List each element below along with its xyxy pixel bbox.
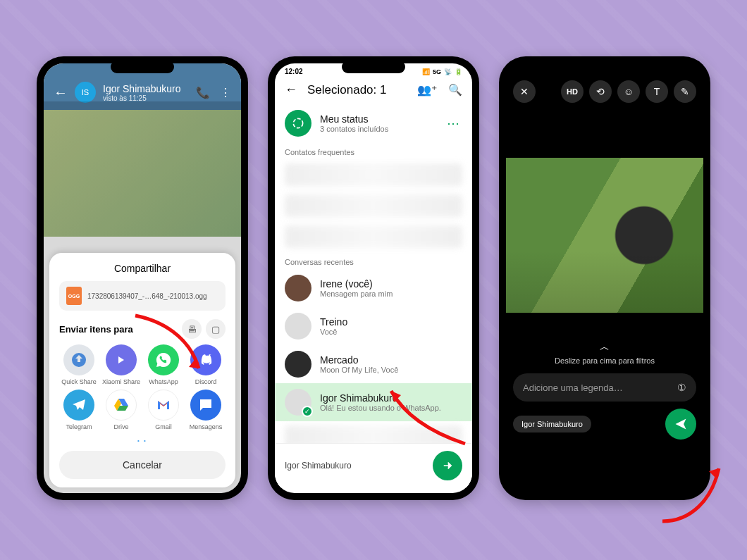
section-recent: Conversas recentes: [275, 252, 472, 269]
file-name: 1732806139407_-…648_-210013.ogg: [87, 292, 207, 300]
cancel-button[interactable]: Cancelar: [59, 451, 226, 479]
search-icon[interactable]: 🔍: [448, 83, 462, 97]
sticker-icon[interactable]: ☺: [617, 80, 640, 103]
print-icon[interactable]: 🖶: [182, 319, 202, 339]
share-title: Compartilhar: [59, 263, 226, 274]
contact-row-selected[interactable]: ✓ Igor ShimabukuroOlá! Eu estou usando o…: [275, 383, 472, 421]
share-app-gmail[interactable]: Gmail: [144, 390, 183, 430]
section-frequent: Contatos frequentes: [275, 142, 472, 159]
share-app-discord[interactable]: Discord: [186, 344, 226, 385]
page-indicator: • •: [59, 437, 226, 444]
phone-2-whatsapp-select: 12:02 📶5G📡🔋 ← Selecionado: 1 👥⁺ 🔍 Meu st…: [268, 56, 479, 500]
phone-1-telegram-share: ← IS Igor Shimabukuro visto às 11:25 📞 ⋮…: [37, 56, 248, 500]
bottom-bar: Igor Shimabukuro: [275, 443, 472, 487]
avatar: [285, 275, 311, 301]
send-to-label: Enviar itens para: [59, 324, 133, 335]
contact-avatar[interactable]: IS: [75, 82, 96, 103]
recipient-chip[interactable]: Igor Shimabukuro: [513, 416, 591, 433]
draw-icon[interactable]: ✎: [674, 80, 696, 103]
blurred-contact: [275, 159, 472, 190]
image-preview[interactable]: [506, 158, 703, 313]
back-icon[interactable]: ←: [285, 82, 297, 97]
crop-rotate-icon[interactable]: ⟲: [589, 80, 612, 103]
avatar: [285, 351, 311, 378]
file-type-icon: OGG: [66, 287, 82, 305]
blurred-contact: [275, 190, 472, 221]
caption-input[interactable]: Adicione uma legenda… ①: [513, 373, 696, 402]
view-once-icon[interactable]: ①: [677, 382, 686, 393]
share-app-whatsapp[interactable]: WhatsApp: [144, 344, 183, 385]
contact-row[interactable]: MercadoMoon Of My Life, Você: [275, 345, 472, 383]
recipient-summary: Igor Shimabukuro: [285, 461, 433, 471]
share-app-telegram[interactable]: Telegram: [59, 390, 99, 430]
phone-notch: [573, 61, 636, 73]
contact-name[interactable]: Igor Shimabukuro: [103, 83, 189, 94]
my-status-row[interactable]: Meu status 3 contatos incluídos ⋯: [275, 104, 472, 142]
avatar: [285, 313, 311, 340]
share-app-drive[interactable]: Drive: [101, 390, 141, 430]
contact-row[interactable]: TreinoVocê: [275, 307, 472, 345]
phone-notch: [111, 61, 174, 73]
hd-button[interactable]: HD: [561, 80, 584, 103]
share-app-messages[interactable]: Mensagens: [186, 390, 226, 430]
more-icon[interactable]: ⋮: [220, 86, 231, 99]
share-sheet: Compartilhar OGG 1732806139407_-…648_-21…: [49, 253, 235, 487]
blurred-contact: [275, 221, 472, 252]
share-app-xiaomi[interactable]: Xiaomi Share: [101, 344, 141, 385]
avatar: ✓: [285, 389, 311, 416]
cast-icon[interactable]: ▢: [206, 319, 226, 339]
close-icon[interactable]: ✕: [513, 80, 536, 103]
send-button[interactable]: [665, 409, 696, 440]
phone-3-whatsapp-editor: ✕ HD ⟲ ☺ T ✎ ︿ Deslize para cima para fi…: [499, 56, 710, 500]
more-icon[interactable]: ⋯: [447, 116, 462, 131]
chevron-up-icon: ︿: [506, 341, 703, 354]
share-apps-grid: Quick Share Xiaomi Share WhatsApp Discor…: [59, 344, 226, 430]
contact-row[interactable]: Irene (você)Mensagem para mim: [275, 269, 472, 307]
last-seen: visto às 11:25: [103, 94, 189, 102]
status-ring-icon: [285, 110, 311, 137]
phone-notch: [342, 61, 405, 73]
selection-header: ← Selecionado: 1 👥⁺ 🔍: [275, 77, 472, 104]
call-icon[interactable]: 📞: [196, 86, 210, 99]
selection-title: Selecionado: 1: [307, 83, 407, 97]
swipe-hint[interactable]: ︿ Deslize para cima para filtros: [506, 313, 703, 365]
share-file-row[interactable]: OGG 1732806139407_-…648_-210013.ogg: [59, 281, 226, 311]
caption-placeholder: Adicione uma legenda…: [523, 382, 677, 393]
back-icon[interactable]: ←: [54, 85, 68, 101]
check-icon: ✓: [302, 406, 313, 417]
svg-point-0: [293, 118, 302, 127]
text-icon[interactable]: T: [646, 80, 668, 103]
send-button[interactable]: [433, 451, 462, 480]
new-group-icon[interactable]: 👥⁺: [417, 83, 437, 97]
share-app-quickshare[interactable]: Quick Share: [59, 344, 99, 385]
status-time: 12:02: [285, 68, 303, 75]
